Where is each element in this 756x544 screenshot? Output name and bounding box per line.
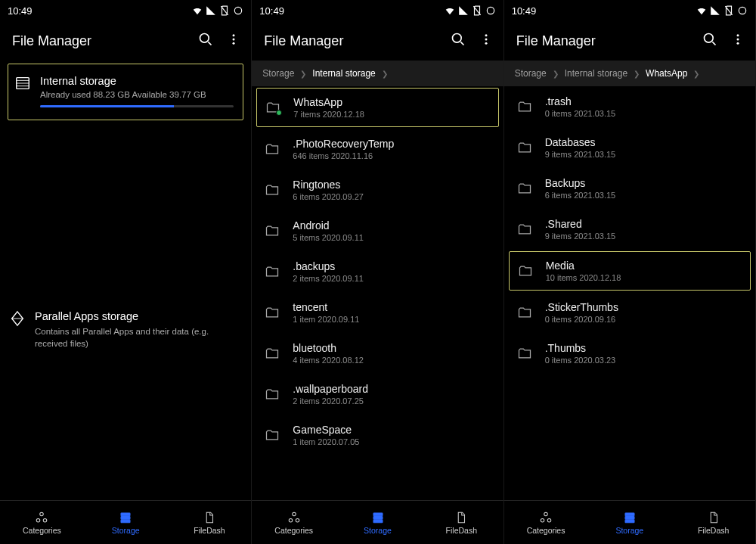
svg-point-0 bbox=[235, 7, 242, 14]
breadcrumb-item[interactable]: Internal storage bbox=[312, 68, 375, 79]
storage-usage-bar bbox=[40, 105, 234, 107]
svg-point-27 bbox=[736, 42, 739, 45]
folder-icon bbox=[516, 263, 535, 278]
internal-storage-title: Internal storage bbox=[40, 75, 234, 87]
folder-list: .trash0 items 2021.03.15Databases9 items… bbox=[504, 86, 755, 500]
nav-storage-label: Storage bbox=[112, 526, 140, 535]
filedash-icon bbox=[454, 511, 469, 524]
filedash-icon bbox=[706, 511, 721, 524]
folder-item[interactable]: .wallpaperboard2 items 2020.07.25 bbox=[252, 374, 503, 415]
svg-rect-22 bbox=[373, 520, 383, 523]
parallel-apps-card[interactable]: Parallel Apps storage Contains all Paral… bbox=[0, 310, 251, 356]
storage-icon bbox=[622, 511, 637, 524]
signal-icon bbox=[458, 5, 469, 16]
folder-icon bbox=[263, 100, 283, 115]
screen-whatsapp-folder: 10:49 File Manager Storage❯Internal stor… bbox=[504, 0, 756, 544]
svg-point-26 bbox=[736, 39, 739, 41]
svg-point-15 bbox=[485, 39, 487, 41]
status-icons bbox=[445, 5, 496, 16]
folder-item[interactable]: tencent1 item 2020.09.11 bbox=[252, 292, 503, 333]
more-button[interactable] bbox=[731, 33, 745, 49]
more-button[interactable] bbox=[479, 33, 493, 49]
nav-filedash[interactable]: FileDash bbox=[168, 501, 252, 544]
bottom-nav: Categories Storage FileDash bbox=[252, 500, 503, 544]
folder-icon bbox=[262, 223, 282, 238]
folder-item[interactable]: Backups6 items 2021.03.15 bbox=[504, 168, 755, 209]
folder-meta: 646 items 2020.11.16 bbox=[293, 151, 492, 160]
svg-rect-9 bbox=[121, 513, 130, 516]
breadcrumb-item[interactable]: WhatsApp bbox=[646, 68, 687, 79]
folder-item[interactable]: Media10 items 2020.12.18 bbox=[509, 251, 751, 291]
breadcrumb-item[interactable]: Internal storage bbox=[565, 68, 627, 79]
svg-point-30 bbox=[547, 518, 551, 522]
status-bar: 10:49 bbox=[252, 0, 503, 21]
app-bar: File Manager bbox=[504, 21, 755, 61]
folder-meta: 2 items 2020.07.25 bbox=[293, 396, 492, 406]
folder-item[interactable]: Ringtones6 items 2020.09.27 bbox=[252, 169, 503, 210]
more-button[interactable] bbox=[227, 33, 240, 49]
nav-categories[interactable]: Categories bbox=[252, 501, 336, 544]
svg-point-24 bbox=[704, 34, 713, 43]
chevron-right-icon: ❯ bbox=[300, 70, 306, 78]
internal-storage-card[interactable]: Internal storage Already used 88.23 GB A… bbox=[8, 64, 243, 120]
search-icon bbox=[702, 32, 717, 47]
search-button[interactable] bbox=[702, 32, 717, 50]
nav-storage[interactable]: Storage bbox=[587, 501, 671, 544]
search-icon bbox=[198, 32, 213, 47]
folder-name: .StickerThumbs bbox=[545, 301, 745, 313]
folder-item[interactable]: WhatsApp7 items 2020.12.18 bbox=[256, 88, 498, 127]
nav-filedash[interactable]: FileDash bbox=[420, 501, 503, 544]
internal-storage-icon bbox=[14, 75, 31, 95]
svg-point-23 bbox=[739, 7, 745, 14]
clock: 10:49 bbox=[512, 5, 537, 17]
folder-name: .trash bbox=[545, 95, 745, 107]
nav-storage-label: Storage bbox=[364, 526, 392, 535]
bottom-nav: Categories Storage FileDash bbox=[0, 500, 251, 544]
svg-point-6 bbox=[40, 512, 44, 516]
folder-meta: 7 items 2020.12.18 bbox=[293, 110, 491, 119]
nav-filedash-label: FileDash bbox=[194, 526, 225, 535]
folder-meta: 4 items 2020.08.12 bbox=[293, 356, 492, 365]
folder-name: GameSpace bbox=[293, 424, 492, 436]
folder-meta: 2 items 2020.09.11 bbox=[293, 274, 492, 283]
search-button[interactable] bbox=[198, 32, 213, 50]
nav-filedash[interactable]: FileDash bbox=[671, 501, 755, 544]
folder-item[interactable]: .trash0 items 2021.03.15 bbox=[504, 86, 755, 127]
svg-point-17 bbox=[292, 512, 296, 516]
search-button[interactable] bbox=[451, 32, 466, 50]
folder-item[interactable]: .PhotoRecoveryTemp646 items 2020.11.16 bbox=[252, 129, 503, 169]
svg-rect-32 bbox=[625, 516, 634, 519]
nav-storage[interactable]: Storage bbox=[336, 501, 420, 544]
folder-icon bbox=[262, 141, 282, 157]
nav-storage[interactable]: Storage bbox=[84, 501, 168, 544]
folder-name: WhatsApp bbox=[293, 96, 491, 108]
folder-item[interactable]: .StickerThumbs0 items 2020.09.16 bbox=[504, 292, 755, 333]
app-bar: File Manager bbox=[0, 21, 251, 61]
folder-icon bbox=[262, 182, 282, 197]
more-vert-icon bbox=[731, 33, 745, 46]
folder-item[interactable]: .backups2 items 2020.09.11 bbox=[252, 251, 503, 292]
wifi-icon bbox=[696, 5, 707, 16]
folder-name: Media bbox=[546, 260, 744, 272]
folder-icon bbox=[515, 222, 534, 237]
circle-icon bbox=[737, 5, 748, 16]
folder-item[interactable]: Databases9 items 2021.03.15 bbox=[504, 127, 755, 168]
nav-categories[interactable]: Categories bbox=[0, 501, 84, 544]
folder-item[interactable]: GameSpace1 item 2020.07.05 bbox=[252, 415, 503, 455]
breadcrumb-item[interactable]: Storage bbox=[262, 68, 294, 79]
no-sim-icon bbox=[472, 5, 482, 16]
chevron-right-icon: ❯ bbox=[693, 70, 699, 78]
folder-item[interactable]: .Shared9 items 2021.03.15 bbox=[504, 209, 755, 250]
folder-name: .PhotoRecoveryTemp bbox=[293, 138, 492, 150]
breadcrumb[interactable]: Storage❯Internal storage❯WhatsApp❯ bbox=[504, 61, 755, 86]
search-icon bbox=[451, 32, 466, 47]
folder-item[interactable]: .Thumbs0 items 2020.03.23 bbox=[504, 333, 755, 374]
breadcrumb-item[interactable]: Storage bbox=[515, 68, 547, 79]
folder-item[interactable]: bluetooth4 items 2020.08.12 bbox=[252, 333, 503, 374]
folder-meta: 10 items 2020.12.18 bbox=[546, 273, 744, 282]
status-bar: 10:49 bbox=[504, 0, 755, 21]
folder-item[interactable]: Android5 items 2020.09.11 bbox=[252, 210, 503, 251]
breadcrumb[interactable]: Storage❯Internal storage❯ bbox=[252, 61, 503, 86]
nav-categories[interactable]: Categories bbox=[504, 501, 588, 544]
nav-filedash-label: FileDash bbox=[698, 526, 729, 535]
